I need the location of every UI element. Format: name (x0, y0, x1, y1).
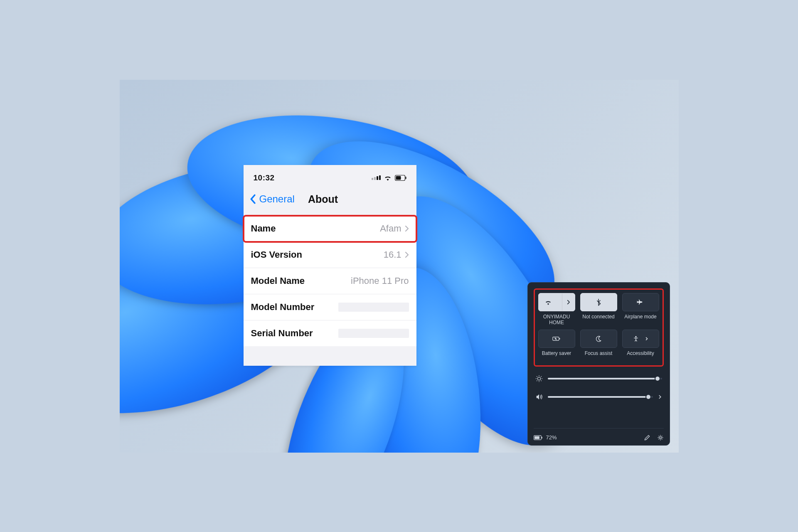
page-title: About (308, 193, 338, 205)
svg-rect-2 (396, 176, 401, 180)
battery-status[interactable]: 72% (534, 434, 557, 441)
svg-line-11 (537, 376, 537, 377)
row-serial-number: Serial Number (244, 320, 416, 346)
cellular-icon (372, 175, 381, 180)
tile-label: Focus assist (585, 350, 613, 362)
row-label: Name (251, 223, 276, 234)
back-button[interactable]: General (259, 193, 295, 205)
volume-track[interactable] (548, 396, 653, 398)
battery-saver-icon (552, 336, 561, 342)
battery-icon (395, 175, 406, 181)
svg-point-6 (537, 377, 540, 380)
chevron-right-icon[interactable] (658, 394, 662, 400)
back-chevron-icon[interactable] (249, 194, 256, 204)
accessibility-button[interactable] (622, 330, 659, 348)
iphone-about-panel: 10:32 General About Name Afam (244, 165, 416, 366)
tile-label: Battery saver (542, 350, 571, 362)
tile-wifi: ONYIMADU HOME (538, 293, 575, 326)
tile-label: Airplane mode (624, 314, 656, 325)
wifi-icon (544, 299, 552, 305)
chevron-right-icon (405, 225, 409, 232)
desktop-wallpaper: 10:32 General About Name Afam (120, 80, 679, 453)
tile-label: ONYIMADU HOME (538, 314, 575, 326)
chevron-right-icon (566, 299, 570, 305)
row-value: iPhone 11 Pro (351, 276, 409, 286)
row-label: Serial Number (251, 328, 313, 339)
row-model-number: Model Number (244, 294, 416, 320)
iphone-status-bar: 10:32 (244, 165, 416, 187)
svg-rect-1 (405, 177, 406, 179)
svg-rect-17 (534, 436, 539, 439)
airplane-button[interactable] (622, 293, 659, 311)
status-indicators (372, 175, 406, 181)
redacted-value (338, 303, 409, 312)
accessibility-icon (633, 335, 639, 342)
iphone-nav-bar: General About (244, 187, 416, 215)
airplane-icon (637, 299, 644, 305)
row-label: iOS Version (251, 249, 303, 260)
quick-settings-highlight: ONYIMADU HOME Not connected Airplane mod… (534, 288, 664, 367)
row-value: 16.1 (384, 249, 401, 260)
tile-label: Accessibility (627, 350, 654, 362)
svg-rect-4 (559, 338, 560, 340)
wifi-button[interactable] (538, 293, 575, 311)
brightness-track[interactable] (548, 378, 662, 379)
about-list: Name Afam iOS Version 16.1 Model Name iP (244, 215, 416, 346)
chevron-right-icon (645, 336, 648, 341)
focus-assist-button[interactable] (580, 330, 617, 348)
svg-point-18 (659, 436, 661, 438)
row-value: Afam (380, 223, 401, 234)
tile-label: Not connected (582, 314, 614, 325)
tile-focus-assist: Focus assist (580, 330, 617, 362)
gear-icon[interactable] (657, 434, 664, 441)
volume-icon (535, 393, 543, 401)
battery-saver-button[interactable] (538, 330, 575, 348)
edit-icon[interactable] (644, 434, 650, 441)
row-ios-version[interactable]: iOS Version 16.1 (244, 242, 416, 268)
bluetooth-button[interactable] (580, 293, 617, 311)
moon-icon (595, 335, 602, 342)
tile-airplane: Airplane mode (622, 293, 659, 326)
wifi-icon (384, 175, 392, 181)
brightness-icon (535, 375, 543, 382)
redacted-value (338, 329, 409, 338)
quick-settings-panel: ONYIMADU HOME Not connected Airplane mod… (527, 282, 670, 446)
chevron-right-icon (405, 251, 409, 258)
svg-line-14 (537, 381, 537, 381)
battery-text: 72% (546, 434, 557, 441)
status-time: 10:32 (254, 173, 275, 182)
brightness-slider[interactable] (535, 375, 662, 382)
svg-line-13 (541, 376, 541, 377)
row-name[interactable]: Name Afam (244, 216, 416, 242)
tile-battery-saver: Battery saver (538, 330, 575, 362)
row-label: Model Number (251, 302, 315, 313)
volume-slider[interactable] (535, 393, 662, 401)
bluetooth-icon (596, 298, 601, 306)
row-model-name: Model Name iPhone 11 Pro (244, 268, 416, 294)
battery-icon (534, 435, 543, 440)
tile-accessibility: Accessibility (622, 330, 659, 362)
svg-rect-16 (542, 436, 542, 438)
svg-point-5 (635, 336, 636, 337)
svg-line-12 (541, 381, 541, 381)
tile-bluetooth: Not connected (580, 293, 617, 326)
row-label: Model Name (251, 276, 305, 286)
